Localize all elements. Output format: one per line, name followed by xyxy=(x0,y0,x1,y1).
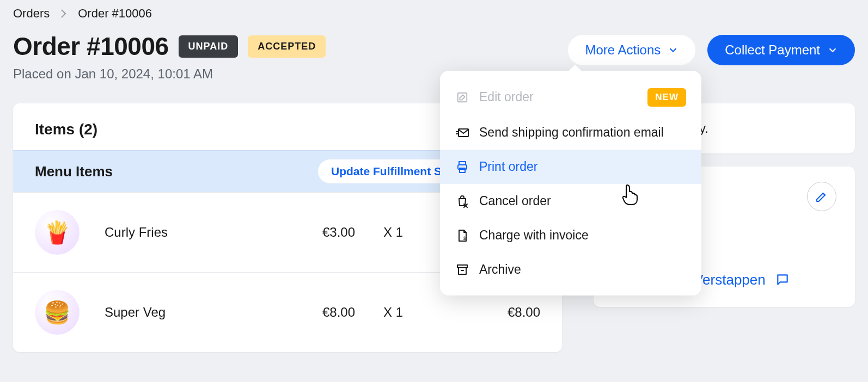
dropdown-item-charge-invoice[interactable]: $ Charge with invoice xyxy=(440,218,701,252)
collect-payment-button[interactable]: Collect Payment xyxy=(707,35,855,65)
item-price: €8.00 xyxy=(268,305,355,320)
chevron-down-icon xyxy=(668,45,678,55)
item-name: Super Veg xyxy=(95,305,262,320)
placed-timestamp: Placed on Jan 10, 2024, 10:01 AM xyxy=(13,66,326,82)
pencil-icon xyxy=(815,190,828,203)
more-actions-label: More Actions xyxy=(585,42,661,58)
menu-items-title: Menu Items xyxy=(35,163,113,180)
status-badge-unpaid: UNPAID xyxy=(179,35,239,58)
dropdown-label: Edit order xyxy=(479,89,638,106)
invoice-icon: $ xyxy=(455,229,469,243)
breadcrumb: Orders Order #10006 xyxy=(13,7,855,21)
svg-rect-9 xyxy=(457,265,467,268)
archive-icon xyxy=(455,263,469,277)
breadcrumb-current: Order #10006 xyxy=(78,7,152,21)
more-actions-dropdown: Edit order NEW Send shipping confirmatio… xyxy=(440,71,701,295)
svg-text:$: $ xyxy=(463,236,466,241)
edit-customer-button[interactable] xyxy=(807,182,836,211)
dropdown-item-edit-order: Edit order NEW xyxy=(440,79,701,115)
status-badge-accepted: ACCEPTED xyxy=(248,35,326,58)
item-thumbnail: 🍔 xyxy=(35,290,80,335)
item-total: €8.00 xyxy=(431,305,540,320)
bag-cancel-icon xyxy=(455,194,469,208)
dropdown-item-archive[interactable]: Archive xyxy=(440,252,701,287)
item-thumbnail: 🍟 xyxy=(35,210,80,255)
dropdown-label: Cancel order xyxy=(479,193,686,210)
item-price: €3.00 xyxy=(268,225,355,240)
dropdown-label: Charge with invoice xyxy=(479,227,686,244)
more-actions-button[interactable]: More Actions xyxy=(568,35,696,65)
dropdown-item-cancel-order[interactable]: Cancel order xyxy=(440,184,701,218)
chevron-right-icon xyxy=(60,9,67,19)
edit-icon xyxy=(455,90,469,104)
dropdown-label: Send shipping confirmation email xyxy=(479,124,686,141)
dropdown-label: Archive xyxy=(479,261,686,278)
mail-send-icon xyxy=(455,126,469,140)
breadcrumb-root[interactable]: Orders xyxy=(13,7,50,21)
dropdown-item-send-email[interactable]: Send shipping confirmation email xyxy=(440,115,701,150)
chat-icon[interactable] xyxy=(775,273,790,287)
item-name: Curly Fries xyxy=(95,225,262,240)
item-qty: X 1 xyxy=(360,305,426,320)
svg-rect-0 xyxy=(458,93,467,102)
new-badge: NEW xyxy=(647,88,686,107)
item-qty: X 1 xyxy=(360,225,426,240)
chevron-down-icon xyxy=(828,45,838,55)
page-title: Order #10006 xyxy=(13,32,169,61)
print-icon xyxy=(455,160,469,174)
dropdown-item-print-order[interactable]: Print order xyxy=(440,150,701,184)
dropdown-label: Print order xyxy=(479,158,686,175)
collect-payment-label: Collect Payment xyxy=(725,42,820,58)
